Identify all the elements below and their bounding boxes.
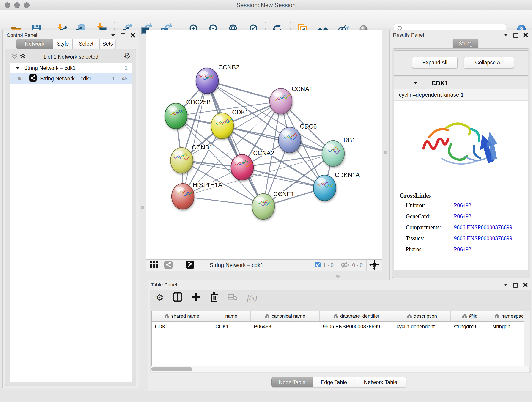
node-CCNE1[interactable] xyxy=(252,194,274,219)
shared-column-icon xyxy=(462,313,467,319)
tab-node-table[interactable]: Node Table xyxy=(272,377,313,387)
tab-network-table[interactable]: Network Table xyxy=(355,377,406,387)
network-canvas[interactable]: CCNB2 CCNA1 CDC25B CDK1 CDC6 RB1 CCNB1 C… xyxy=(146,30,382,259)
gene-description: cyclin–dependent kinase 1 xyxy=(394,89,528,101)
title-bar: Session: New Session xyxy=(0,0,532,10)
control-panel-float-icon[interactable] xyxy=(121,33,125,38)
node-HIST1H1A[interactable] xyxy=(172,184,194,209)
cell-name[interactable]: CDK1 xyxy=(212,322,251,332)
cell-database-identifier[interactable]: 9606.ENSP00000378699 xyxy=(320,322,393,332)
node-CDK1[interactable] xyxy=(211,113,234,139)
edge-HIST1H1A-CCNE1[interactable] xyxy=(183,196,263,206)
node-CDKN1A[interactable] xyxy=(313,175,336,201)
collapse-all-button[interactable]: Collapse All xyxy=(464,57,514,69)
column-header-database-identifier[interactable]: database identifier xyxy=(320,311,393,321)
network-thumbnail-icon[interactable] xyxy=(164,260,173,270)
network-collection-row[interactable]: String Network – cdk1 1 xyxy=(10,63,132,73)
node-label-RB1: RB1 xyxy=(343,137,355,144)
results-panel-close-icon[interactable] xyxy=(523,32,528,38)
left-splitter-handle[interactable] xyxy=(141,206,144,209)
node-CDC25B[interactable] xyxy=(165,103,187,129)
selected-count-checkbox[interactable] xyxy=(315,262,321,269)
collection-disclosure-icon[interactable] xyxy=(15,65,20,71)
tab-edge-table[interactable]: Edge Table xyxy=(313,377,355,387)
table-header-row: shared namenamecanonical namedatabase id… xyxy=(152,311,530,322)
control-panel-close-icon[interactable] xyxy=(130,33,135,39)
table-vertical-scrollbar[interactable] xyxy=(524,311,530,366)
node-label-CDC25B: CDC25B xyxy=(186,99,211,106)
maximize-window-icon[interactable] xyxy=(24,2,30,8)
cell--id[interactable]: stringdb:9... xyxy=(451,322,489,332)
tab-select[interactable]: Select xyxy=(73,39,100,49)
table-panel-title: Table Panel xyxy=(151,282,177,288)
crosslink-value-link[interactable]: P06493 xyxy=(454,246,471,253)
grid-view-icon[interactable] xyxy=(150,260,159,270)
delete-column-icon[interactable] xyxy=(210,292,219,303)
right-splitter-handle[interactable] xyxy=(384,151,387,154)
table-horizontal-scrollbar[interactable] xyxy=(151,366,529,372)
node-label-CCNB1: CCNB1 xyxy=(192,144,213,151)
results-panel: Results Panel String Expand All Collapse… xyxy=(389,30,532,280)
tab-style[interactable]: Style xyxy=(53,39,73,49)
node-CCNB1[interactable] xyxy=(171,148,193,173)
tab-network[interactable]: Network xyxy=(16,39,53,49)
table-tabs: Node TableEdge TableNetwork Table xyxy=(272,377,406,387)
results-panel-menu-icon[interactable] xyxy=(503,33,508,38)
table-panel-close-icon[interactable] xyxy=(523,282,528,288)
crosslink-value-link[interactable]: 9606.ENSP00000378699 xyxy=(454,235,512,242)
table-options-gear-icon[interactable]: ⚙ xyxy=(156,293,164,302)
node-label-CCNA1: CCNA1 xyxy=(292,85,313,92)
close-window-icon[interactable] xyxy=(5,2,10,8)
results-panel-title: Results Panel xyxy=(393,32,424,38)
edge-CDK1-RB1[interactable] xyxy=(222,126,333,153)
table-panel-menu-icon[interactable] xyxy=(503,283,508,288)
table-hscroll-thumb[interactable] xyxy=(151,367,192,371)
crosslink-label: Uniprot: xyxy=(406,202,454,209)
tab-string[interactable]: String xyxy=(453,38,478,49)
node-CCNB2[interactable] xyxy=(196,68,218,94)
show-columns-icon[interactable] xyxy=(173,292,182,303)
cell-description[interactable]: cyclin-dependent ... xyxy=(393,322,451,332)
column-header-description[interactable]: description xyxy=(393,311,451,321)
cell-shared-name[interactable]: CDK1 xyxy=(152,322,212,332)
application-window: Session: New Session ? Control Panel xyxy=(0,0,532,402)
network-options-gear-icon[interactable]: ⚙ xyxy=(124,52,131,60)
node-CCNA1[interactable] xyxy=(270,89,292,114)
column-header-name[interactable]: name xyxy=(212,311,251,321)
column-header--id[interactable]: @id xyxy=(451,311,489,321)
gene-disclosure-icon[interactable] xyxy=(413,81,418,85)
results-panel-float-icon[interactable] xyxy=(513,33,518,38)
node-label-CCNE1: CCNE1 xyxy=(273,191,294,198)
crosslink-label: Tissues: xyxy=(406,235,454,242)
control-panel-menu-icon[interactable] xyxy=(111,33,116,38)
gene-symbol: CDK1 xyxy=(431,80,448,87)
node-RB1[interactable] xyxy=(322,141,344,166)
crosslink-value-link[interactable]: P06493 xyxy=(454,213,471,220)
table-row[interactable]: CDK1CDK1P064939606.ENSP00000378699cyclin… xyxy=(152,322,530,332)
string-buttons-box: Expand All Collapse All xyxy=(394,51,528,76)
shared-column-icon xyxy=(333,313,338,319)
current-network-name: String Network – cdk1 xyxy=(210,262,264,268)
minimize-window-icon[interactable] xyxy=(14,2,20,8)
network-row-selected[interactable]: String Network – cdk1 11 48 xyxy=(10,73,132,84)
column-header-canonical-name[interactable]: canonical name xyxy=(251,311,320,321)
node-CCNA2[interactable] xyxy=(231,154,253,180)
network-node-count: 11 xyxy=(109,76,115,82)
cell-canonical-name[interactable]: P06493 xyxy=(251,322,320,332)
crosslink-value-link[interactable]: P06493 xyxy=(454,202,471,209)
table-panel-float-icon[interactable] xyxy=(513,283,518,288)
shared-column-icon xyxy=(164,313,169,319)
gene-header[interactable]: CDK1 xyxy=(394,77,528,89)
bottom-splitter-handle[interactable] xyxy=(336,274,340,278)
add-column-icon[interactable] xyxy=(191,292,201,303)
node-CDC6[interactable] xyxy=(278,127,301,153)
tab-sets[interactable]: Sets xyxy=(100,39,116,49)
birds-eye-toggle-icon[interactable] xyxy=(369,260,380,271)
network-panel-inset: 1 of 1 Network selected ⚙ String Network… xyxy=(5,49,136,386)
string-results-inset: Expand All Collapse All CDK1 cyclin–depe… xyxy=(392,48,530,278)
expand-all-button[interactable]: Expand All xyxy=(412,57,457,69)
column-header-shared-name[interactable]: shared name xyxy=(152,311,212,321)
edge-CCNB2-HIST1H1A[interactable] xyxy=(183,81,207,196)
detach-view-icon[interactable] xyxy=(186,260,195,270)
crosslink-value-link[interactable]: 9606.ENSP00000378699 xyxy=(454,224,512,230)
